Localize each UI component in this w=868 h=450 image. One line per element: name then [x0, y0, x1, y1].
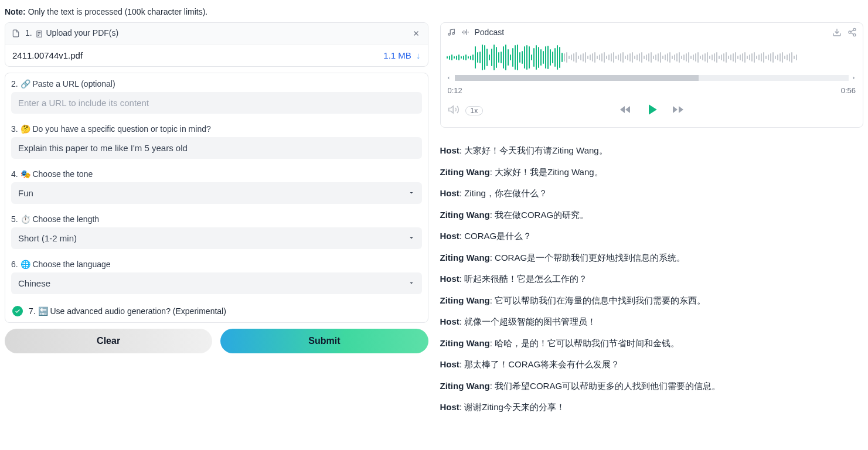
- transcript-text: : 听起来很酷！它是怎么工作的？: [459, 274, 587, 284]
- play-button[interactable]: [643, 101, 661, 120]
- svg-point-7: [452, 33, 454, 35]
- file-icon: [11, 29, 21, 38]
- transcript-speaker: Host: [440, 316, 459, 326]
- language-label: 6. 🌐 Choose the language: [5, 255, 428, 272]
- transcript-speaker: Ziting Wang: [440, 295, 490, 305]
- scrub-right-icon[interactable]: [851, 73, 858, 83]
- tone-select[interactable]: Fun: [11, 182, 422, 204]
- clear-button[interactable]: Clear: [5, 329, 212, 353]
- url-label: 2. 🔗 Paste a URL (optional): [5, 73, 428, 92]
- share-icon[interactable]: [847, 28, 857, 37]
- transcript-line: Ziting Wang: 大家好！我是Ziting Wang。: [440, 166, 864, 179]
- transcript-speaker: Ziting Wang: [440, 338, 490, 348]
- forward-button[interactable]: [671, 103, 685, 118]
- transcript-speaker: Ziting Wang: [440, 381, 490, 391]
- transcript-line: Ziting Wang: 哈哈，是的！它可以帮助我们节省时间和金钱。: [440, 337, 864, 350]
- scrub-left-icon[interactable]: [445, 73, 452, 83]
- music-icon: [447, 28, 456, 37]
- transcript-text: : CORAG是什么？: [459, 231, 532, 241]
- transcript-line: Host: Ziting，你在做什么？: [440, 187, 864, 200]
- transcript-line: Ziting Wang: 我们希望CORAG可以帮助更多的人找到他们需要的信息。: [440, 380, 864, 393]
- transcript-line: Host: CORAG是什么？: [440, 230, 864, 243]
- scrubber[interactable]: [441, 73, 863, 83]
- transcript-text: : 我们希望CORAG可以帮助更多的人找到他们需要的信息。: [490, 381, 720, 391]
- tone-label: 4. 🎭 Choose the tone: [5, 165, 428, 182]
- submit-button[interactable]: Submit: [220, 329, 428, 353]
- transcript-text: : CORAG是一个帮助我们更好地找到信息的系统。: [490, 253, 685, 262]
- note-prefix: Note:: [5, 7, 26, 16]
- svg-line-17: [851, 30, 854, 32]
- transcript-line: Host: 听起来很酷！它是怎么工作的？: [440, 272, 864, 286]
- transcript-text: : 我在做CORAG的研究。: [490, 210, 588, 220]
- svg-marker-19: [448, 106, 453, 113]
- transcript-line: Ziting Wang: 它可以帮助我们在海量的信息中找到我们需要的东西。: [440, 294, 864, 308]
- scrub-fill: [455, 75, 699, 81]
- transcript-speaker: Host: [440, 231, 459, 241]
- upload-close-button[interactable]: [410, 28, 422, 39]
- transcript-line: Host: 谢谢Ziting今天来的分享！: [440, 401, 864, 414]
- length-select[interactable]: Short (1-2 min): [11, 227, 422, 249]
- transcript: Host: 大家好！今天我们有请Ziting Wang。Ziting Wang:…: [440, 134, 864, 414]
- speed-button[interactable]: 1x: [465, 106, 484, 115]
- svg-point-15: [849, 31, 851, 33]
- transcript-text: : 大家好！今天我们有请Ziting Wang。: [459, 145, 608, 155]
- transcript-speaker: Host: [440, 145, 459, 155]
- transcript-text: : 谢谢Ziting今天来的分享！: [459, 402, 565, 412]
- transcript-text: : 它可以帮助我们在海量的信息中找到我们需要的东西。: [490, 295, 706, 305]
- transcript-line: Ziting Wang: CORAG是一个帮助我们更好地找到信息的系统。: [440, 251, 864, 265]
- svg-point-16: [853, 34, 856, 36]
- transcript-text: : 大家好！我是Ziting Wang。: [490, 167, 603, 177]
- check-circle-icon: [12, 306, 23, 316]
- file-size: 1.1 MB ↓: [383, 50, 420, 60]
- svg-line-18: [851, 33, 854, 35]
- svg-point-14: [853, 28, 856, 30]
- podcast-card: Podcast: [440, 22, 864, 128]
- transcript-speaker: Ziting Wang: [440, 253, 490, 262]
- transcript-line: Host: 就像一个超级智能的图书管理员！: [440, 315, 864, 329]
- rewind-button[interactable]: [618, 103, 632, 118]
- transcript-speaker: Host: [440, 402, 459, 412]
- transcript-text: : 哈哈，是的！它可以帮助我们节省时间和金钱。: [490, 338, 679, 348]
- svg-point-6: [448, 33, 450, 36]
- waveform[interactable]: [441, 40, 863, 73]
- upload-card: 1. Upload your PDF(s) 2411.00744v1.pdf 1…: [5, 22, 428, 67]
- transcript-speaker: Host: [440, 274, 459, 284]
- transcript-text: : 就像一个超级智能的图书管理员！: [459, 316, 596, 326]
- advanced-toggle-row[interactable]: 7. 🔚 Use advanced audio generation? (Exp…: [5, 300, 428, 322]
- total-time: 0:56: [841, 86, 856, 95]
- page-icon: [35, 29, 44, 39]
- form-card: 2. 🔗 Paste a URL (optional) 3. 🤔 Do you …: [5, 73, 428, 323]
- transcript-speaker: Host: [440, 188, 459, 198]
- download-icon[interactable]: ↓: [416, 50, 421, 60]
- download-icon[interactable]: [832, 28, 842, 37]
- scrub-track[interactable]: [455, 75, 849, 81]
- current-time: 0:12: [448, 86, 462, 95]
- transcript-speaker: Ziting Wang: [440, 210, 490, 220]
- question-label: 3. 🤔 Do you have a specific question or …: [5, 120, 428, 137]
- volume-icon[interactable]: [448, 104, 459, 117]
- transcript-speaker: Host: [440, 359, 459, 369]
- advanced-label: 7. 🔚 Use advanced audio generation? (Exp…: [29, 306, 226, 316]
- transcript-line: Host: 那太棒了！CORAG将来会有什么发展？: [440, 358, 864, 371]
- question-input[interactable]: [11, 137, 422, 159]
- transcript-text: : 那太棒了！CORAG将来会有什么发展？: [459, 359, 619, 369]
- podcast-title: Podcast: [475, 28, 505, 37]
- note-text: Note: Only the text is processed (100k c…: [5, 7, 863, 16]
- transcript-line: Host: 大家好！今天我们有请Ziting Wang。: [440, 144, 864, 158]
- language-select[interactable]: Chinese: [11, 272, 422, 294]
- length-label: 5. ⏱️ Choose the length: [5, 210, 428, 227]
- file-name: 2411.00744v1.pdf: [12, 50, 83, 60]
- transcript-line: Ziting Wang: 我在做CORAG的研究。: [440, 209, 864, 222]
- uploaded-file-row[interactable]: 2411.00744v1.pdf 1.1 MB ↓: [5, 45, 428, 66]
- waveform-icon: [461, 28, 470, 37]
- transcript-text: : Ziting，你在做什么？: [459, 188, 547, 198]
- transcript-speaker: Ziting Wang: [440, 167, 490, 177]
- upload-header: 1. Upload your PDF(s): [5, 23, 428, 45]
- url-input[interactable]: [11, 92, 422, 114]
